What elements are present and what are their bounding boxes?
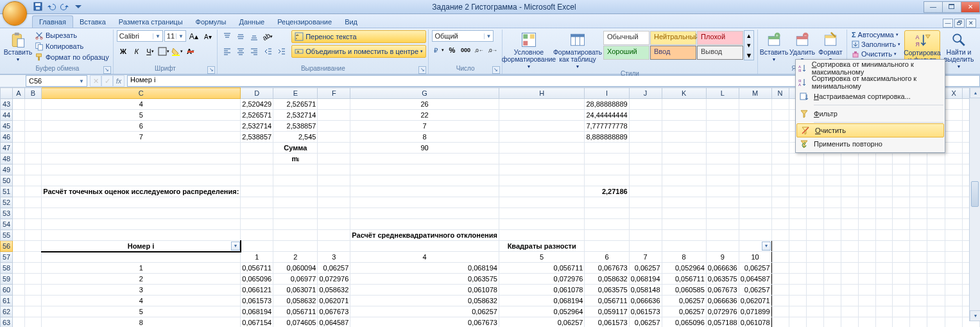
cell-G54[interactable] [350, 219, 499, 230]
cell-N56[interactable] [771, 241, 789, 252]
cell-R57[interactable] [841, 252, 859, 263]
row-header-49[interactable]: 49 [1, 164, 13, 175]
cell-B55[interactable] [24, 230, 42, 241]
cell-G51[interactable] [350, 186, 499, 197]
col-header-I[interactable]: I [585, 88, 629, 99]
cell-T62[interactable] [875, 306, 892, 317]
cell-M51[interactable] [739, 186, 771, 197]
cell-U52[interactable] [893, 197, 910, 208]
cell-D50[interactable] [241, 175, 273, 186]
cell-Q52[interactable] [823, 197, 841, 208]
cell-C54[interactable] [42, 219, 241, 230]
cell-W58[interactable] [927, 263, 945, 274]
cell-V61[interactable] [910, 296, 927, 306]
copy-button[interactable]: Копировать [33, 41, 110, 51]
cell-C63[interactable]: 8 [42, 317, 241, 328]
cell-M63[interactable]: 0,061078 [739, 317, 771, 328]
cell-U54[interactable] [893, 219, 910, 230]
cell-I55[interactable] [585, 230, 629, 241]
cell-T61[interactable] [875, 296, 892, 306]
cell-V50[interactable] [910, 175, 927, 186]
cell-K46[interactable] [662, 132, 706, 143]
cell-T55[interactable] [875, 230, 892, 241]
cell-S55[interactable] [859, 230, 876, 241]
cell-S58[interactable] [859, 263, 876, 274]
fill-color-icon[interactable]: ▾ [171, 45, 184, 58]
row-header-48[interactable]: 48 [1, 154, 13, 164]
row-header-63[interactable]: 63 [1, 317, 13, 328]
cell-M53[interactable] [739, 208, 771, 219]
cell-F49[interactable] [318, 164, 350, 175]
cell-X52[interactable] [945, 197, 963, 208]
cell-J61[interactable]: 0,066636 [629, 296, 662, 306]
format-as-table-button[interactable]: Форматировать как таблицу▼ [554, 30, 601, 70]
cell-H47[interactable] [499, 143, 585, 154]
cell-M46[interactable] [739, 132, 771, 143]
cell-X60[interactable] [945, 285, 963, 296]
cell-E57[interactable]: 2 [273, 252, 318, 263]
cell-K55[interactable] [662, 230, 706, 241]
cell-L61[interactable]: 0,066636 [706, 296, 739, 306]
cell-E51[interactable] [273, 186, 318, 197]
cell-T53[interactable] [875, 208, 892, 219]
cell-M48[interactable] [739, 154, 771, 164]
cell-C55[interactable] [42, 230, 241, 241]
cell-I49[interactable] [585, 164, 629, 175]
col-header-C[interactable]: C [42, 88, 241, 99]
decrease-decimal-icon[interactable]: ,0→ [486, 44, 499, 57]
cell-W59[interactable] [927, 274, 945, 285]
cell-X62[interactable] [945, 306, 963, 317]
cell-X43[interactable] [945, 99, 963, 110]
cell-H49[interactable] [499, 164, 585, 175]
cell-E43[interactable]: 2,526571 [273, 99, 318, 110]
scroll-down-icon[interactable]: ▾ [970, 310, 980, 321]
cell-K45[interactable] [662, 121, 706, 132]
col-header-E[interactable]: E [273, 88, 318, 99]
qat-redo-icon[interactable] [59, 1, 71, 13]
cell-X59[interactable] [945, 274, 963, 285]
cell-F58[interactable]: 0,06257 [318, 263, 350, 274]
cell-C50[interactable] [42, 175, 241, 186]
cell-R49[interactable] [841, 164, 859, 175]
cell-M47[interactable] [739, 143, 771, 154]
cell-H63[interactable]: 0,06257 [499, 317, 585, 328]
cell-F55[interactable] [318, 230, 350, 241]
cell-styles-gallery[interactable]: Обычный Нейтральный Плохой Хороший Ввод … [603, 31, 743, 60]
cell-W53[interactable] [927, 208, 945, 219]
cell-U56[interactable] [893, 241, 910, 252]
cell-S51[interactable] [859, 186, 876, 197]
cell-S57[interactable] [859, 252, 876, 263]
align-top-icon[interactable] [221, 30, 234, 43]
cell-A63[interactable] [13, 317, 24, 328]
cell-A58[interactable] [13, 263, 24, 274]
cell-Q59[interactable] [823, 274, 841, 285]
cell-O61[interactable] [789, 296, 806, 306]
cell-Q49[interactable] [823, 164, 841, 175]
cell-X49[interactable] [945, 164, 963, 175]
cell-P62[interactable] [806, 306, 823, 317]
cell-I63[interactable]: 0,061573 [585, 317, 629, 328]
row-header-56[interactable]: 56 [1, 241, 13, 252]
row-header-58[interactable]: 58 [1, 263, 13, 274]
paste-button[interactable]: Вставить▼ [5, 30, 31, 63]
cell-F53[interactable] [318, 208, 350, 219]
col-header-A[interactable]: A [13, 88, 24, 99]
menu-reapply-filter[interactable]: Применить повторно [796, 137, 945, 151]
cell-T52[interactable] [875, 197, 892, 208]
cell-G48[interactable] [350, 154, 499, 164]
cell-R53[interactable] [841, 208, 859, 219]
cell-L63[interactable]: 0,057188 [706, 317, 739, 328]
row-header-45[interactable]: 45 [1, 121, 13, 132]
increase-indent-icon[interactable] [275, 45, 288, 58]
cell-T57[interactable] [875, 252, 892, 263]
menu-sort-asc[interactable]: АЯСортировка от минимального к максималь… [796, 61, 945, 75]
cell-H50[interactable] [499, 175, 585, 186]
cell-J59[interactable]: 0,068194 [629, 274, 662, 285]
cell-K52[interactable] [662, 197, 706, 208]
cell-A44[interactable] [13, 110, 24, 121]
insert-cells-button[interactable]: +Вставить▼ [761, 30, 787, 63]
row-header-50[interactable]: 50 [1, 175, 13, 186]
percent-format-icon[interactable]: % [445, 44, 458, 57]
increase-decimal-icon[interactable]: ,0← [472, 44, 485, 57]
qat-save-icon[interactable] [32, 1, 44, 13]
